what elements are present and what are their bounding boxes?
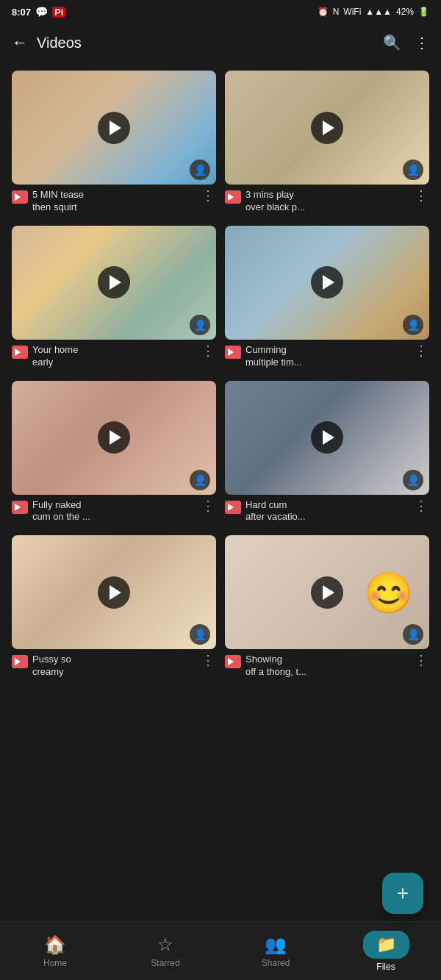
video-more-button-7[interactable]: ⋮: [200, 654, 216, 667]
app-bar: ← Videos 🔍 ⋮: [0, 24, 441, 62]
video-item-5: 👤 Fully naked cum on the ... ⋮: [12, 381, 216, 524]
video-meta-7: Pussy so creamy ⋮: [12, 654, 216, 679]
video-file-icon-4: [225, 346, 241, 359]
video-meta-4: Cumming multiple tim... ⋮: [225, 344, 429, 369]
video-title-5: Fully naked cum on the ...: [32, 499, 196, 524]
app-bar-actions: 🔍 ⋮: [383, 34, 429, 51]
person-badge-4: 👤: [403, 315, 423, 335]
nav-item-starred[interactable]: ☆ Starred: [110, 929, 220, 974]
nav-icon-files: 📁: [376, 935, 396, 954]
video-thumbnail-8[interactable]: 👤 😊: [225, 535, 429, 649]
video-title-2: 3 mins play over black p...: [245, 189, 409, 214]
video-title-8: Showing off a thong, t...: [245, 654, 409, 679]
video-grid: 👤 5 MIN tease then squirt ⋮ 👤 3 mins pla…: [0, 62, 441, 687]
video-thumbnail-7[interactable]: 👤: [12, 535, 216, 649]
signal-icon: ▲▲▲: [365, 7, 392, 17]
play-button-7[interactable]: [98, 576, 130, 609]
person-badge-6: 👤: [403, 470, 423, 490]
video-more-button-8[interactable]: ⋮: [413, 654, 429, 667]
person-badge-8: 👤: [403, 624, 423, 645]
nav-active-bg: 📁: [363, 931, 409, 959]
nav-icon-starred: ☆: [157, 934, 173, 955]
video-file-icon-1: [12, 190, 28, 204]
pi-icon: Pi: [52, 7, 65, 18]
video-more-button-3[interactable]: ⋮: [200, 344, 216, 357]
battery-icon: 🔋: [418, 7, 429, 17]
wifi-icon: WiFi: [343, 7, 361, 17]
nav-item-home[interactable]: 🏠 Home: [0, 929, 110, 974]
search-button[interactable]: 🔍: [383, 34, 401, 51]
video-thumbnail-5[interactable]: 👤: [12, 381, 216, 495]
status-left: 8:07 💬 Pi: [12, 6, 65, 18]
video-title-3: Your home early: [32, 344, 196, 369]
nav-item-files[interactable]: 📁 Files: [331, 925, 441, 978]
video-file-icon-7: [12, 655, 28, 668]
bottom-nav: 🏠 Home ☆ Starred 👥 Shared 📁 Files: [0, 921, 441, 980]
video-thumbnail-2[interactable]: 👤: [225, 71, 429, 185]
video-title-1: 5 MIN tease then squirt: [32, 189, 196, 214]
video-more-button-2[interactable]: ⋮: [413, 189, 429, 202]
play-button-1[interactable]: [98, 112, 130, 144]
video-meta-2: 3 mins play over black p... ⋮: [225, 189, 429, 214]
play-button-4[interactable]: [311, 266, 343, 298]
video-file-icon-8: [225, 655, 241, 668]
more-options-button[interactable]: ⋮: [415, 34, 429, 51]
status-time: 8:07: [12, 7, 31, 18]
video-more-button-4[interactable]: ⋮: [413, 344, 429, 357]
video-file-icon-5: [12, 501, 28, 514]
alarm-icon: ⏰: [318, 7, 329, 17]
video-thumbnail-1[interactable]: 👤: [12, 71, 216, 185]
nav-label-home: Home: [43, 958, 67, 968]
plus-icon: +: [397, 881, 409, 905]
video-meta-1: 5 MIN tease then squirt ⋮: [12, 189, 216, 214]
play-button-3[interactable]: [98, 266, 130, 298]
emoji-overlay: 😊: [364, 570, 413, 616]
video-file-icon-3: [12, 346, 28, 359]
video-meta-3: Your home early ⋮: [12, 344, 216, 369]
status-bar: 8:07 💬 Pi ⏰ N WiFi ▲▲▲ 42% 🔋: [0, 0, 441, 24]
person-badge-5: 👤: [190, 470, 210, 490]
video-item-6: 👤 Hard cum after vacatio... ⋮: [225, 381, 429, 524]
video-title-6: Hard cum after vacatio...: [245, 499, 409, 524]
play-button-5[interactable]: [98, 421, 130, 454]
video-thumbnail-3[interactable]: 👤: [12, 226, 216, 340]
video-title-7: Pussy so creamy: [32, 654, 196, 679]
page-title: Videos: [37, 35, 374, 51]
play-button-8[interactable]: [311, 576, 343, 609]
status-right: ⏰ N WiFi ▲▲▲ 42% 🔋: [318, 7, 429, 17]
play-button-2[interactable]: [311, 112, 343, 144]
nav-label-files: Files: [376, 962, 395, 972]
nav-icon-shared: 👥: [265, 934, 287, 955]
nav-label-shared: Shared: [262, 958, 290, 968]
video-file-icon-6: [225, 501, 241, 514]
video-item-7: 👤 Pussy so creamy ⋮: [12, 535, 216, 679]
battery-level: 42%: [396, 7, 414, 17]
video-item-8: 👤 😊 Showing off a thong, t... ⋮: [225, 535, 429, 679]
video-thumbnail-6[interactable]: 👤: [225, 381, 429, 495]
nav-item-shared[interactable]: 👥 Shared: [220, 929, 331, 974]
video-item-1: 👤 5 MIN tease then squirt ⋮: [12, 71, 216, 214]
video-more-button-6[interactable]: ⋮: [413, 499, 429, 512]
video-item-3: 👤 Your home early ⋮: [12, 226, 216, 369]
person-badge-3: 👤: [190, 315, 210, 335]
nav-label-starred: Starred: [151, 958, 179, 968]
video-item-4: 👤 Cumming multiple tim... ⋮: [225, 226, 429, 369]
person-badge-2: 👤: [403, 160, 423, 180]
messenger-icon: 💬: [35, 6, 48, 18]
video-more-button-1[interactable]: ⋮: [200, 189, 216, 202]
video-more-button-5[interactable]: ⋮: [200, 499, 216, 512]
video-file-icon-2: [225, 190, 241, 204]
nav-icon-home: 🏠: [44, 934, 66, 955]
person-badge-1: 👤: [190, 160, 210, 180]
video-item-2: 👤 3 mins play over black p... ⋮: [225, 71, 429, 214]
video-thumbnail-4[interactable]: 👤: [225, 226, 429, 340]
play-button-6[interactable]: [311, 421, 343, 454]
video-meta-6: Hard cum after vacatio... ⋮: [225, 499, 429, 524]
video-meta-5: Fully naked cum on the ... ⋮: [12, 499, 216, 524]
video-meta-8: Showing off a thong, t... ⋮: [225, 654, 429, 679]
add-fab[interactable]: +: [382, 873, 423, 914]
back-button[interactable]: ←: [12, 33, 28, 52]
video-title-4: Cumming multiple tim...: [245, 344, 409, 369]
person-badge-7: 👤: [190, 624, 210, 645]
notification-icon: N: [333, 7, 340, 17]
